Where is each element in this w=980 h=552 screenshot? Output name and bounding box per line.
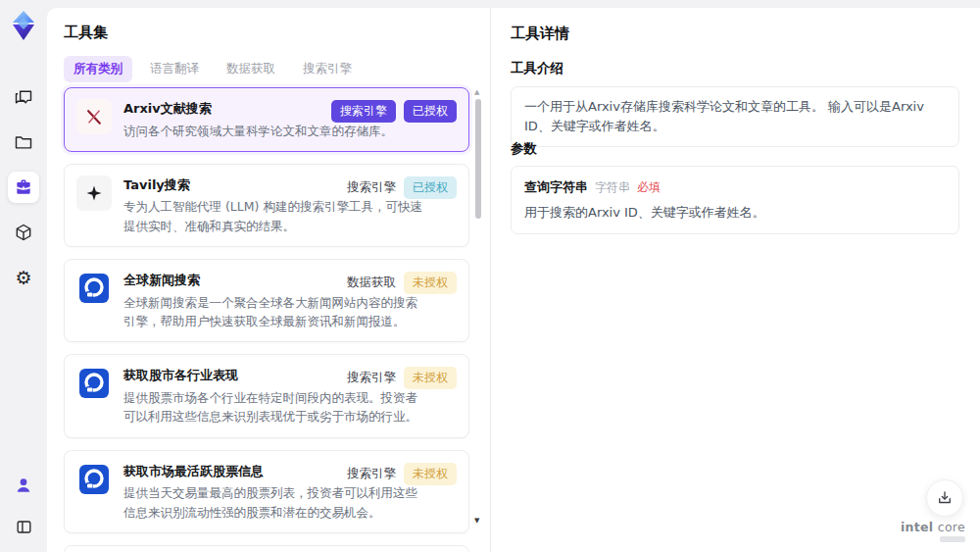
app-sidebar: ⚙	[0, 0, 47, 552]
param-required-badge: 必填	[637, 179, 661, 196]
category-tabs: 所有类别 语言翻译 数据获取 搜索引擎	[64, 56, 362, 82]
detail-title: 工具详情	[511, 25, 569, 43]
arxiv-logo-icon	[76, 99, 112, 134]
panel-toggle-icon[interactable]	[8, 511, 39, 542]
list-scrollbar[interactable]: ▲ ▼	[473, 88, 483, 525]
scrollbar-down-arrow[interactable]: ▼	[474, 517, 479, 525]
core-brand-text: core	[938, 520, 965, 534]
tool-card-active-stocks[interactable]: 获取市场最活跃股票信息 提供当天交易量最高的股票列表，投资者可以利用这些信息来识…	[64, 450, 469, 533]
tool-card-tavily[interactable]: Tavily搜索 专为人工智能代理 (LLM) 构建的搜索引擎工具，可快速提供实…	[64, 164, 469, 247]
intro-heading: 工具介绍	[511, 60, 564, 77]
main-content: 工具集 所有类别 语言翻译 数据获取 搜索引擎 Arxiv文献搜索 访问各个研究…	[47, 8, 980, 552]
tool-card-stock-sectors[interactable]: 获取股市各行业表现 提供股票市场各个行业在特定时间段内的表现。投资者可以利用这些…	[64, 354, 469, 437]
settings-gear-icon[interactable]: ⚙	[8, 262, 39, 293]
tool-description: 全球新闻搜索是一个聚合全球各大新闻网站内容的搜索引擎，帮助用户快速获取全球最新资…	[123, 293, 425, 331]
auth-status-badge: 未授权	[404, 272, 457, 294]
category-label: 搜索引擎	[347, 370, 396, 386]
tool-card-global-news[interactable]: 全球新闻搜索 全球新闻搜索是一个聚合全球各大新闻网站内容的搜索引擎，帮助用户快速…	[64, 259, 469, 342]
tool-card-arxiv[interactable]: Arxiv文献搜索 访问各个研究领域大量科学论文和文章的存储库。 搜索引擎 已授…	[64, 87, 469, 152]
news-app-logo-icon	[76, 271, 112, 306]
download-button[interactable]	[926, 479, 963, 517]
intel-core-logo: intel core	[901, 520, 965, 542]
scrollbar-thumb[interactable]	[475, 99, 481, 219]
app-logo-icon	[8, 9, 39, 42]
user-avatar-icon[interactable]	[8, 470, 39, 501]
intel-ultra-mark	[940, 536, 965, 542]
intel-brand-text: intel	[901, 520, 933, 534]
category-badge: 搜索引擎	[331, 100, 396, 123]
auth-status-badge: 未授权	[404, 367, 457, 389]
tool-description: 专为人工智能代理 (LLM) 构建的搜索引擎工具，可快速提供实时、准确和真实的结…	[123, 197, 425, 235]
param-type: 字符串	[595, 179, 630, 196]
sidebar-nav: ⚙	[8, 81, 39, 293]
folder-icon[interactable]	[8, 126, 39, 158]
finance-app-logo-icon	[76, 462, 112, 497]
tab-language-translation[interactable]: 语言翻译	[140, 56, 209, 82]
tab-all-categories[interactable]: 所有类别	[64, 56, 132, 82]
auth-status-badge: 未授权	[404, 463, 457, 485]
tool-description: 提供股票市场各个行业在特定时间段内的表现。投资者可以利用这些信息来识别表现优于或…	[123, 388, 425, 427]
params-heading: 参数	[511, 140, 537, 158]
category-label: 搜索引擎	[347, 179, 396, 196]
tool-description: 提供当天交易量最高的股票列表，投资者可以利用这些信息来识别流动性强的股票和潜在的…	[123, 483, 425, 522]
finance-app-logo-icon	[76, 366, 112, 401]
scrollbar-up-arrow[interactable]: ▲	[474, 88, 479, 96]
intro-card: 一个用于从Arxiv存储库搜索科学论文和文章的工具。 输入可以是Arxiv ID…	[511, 86, 959, 147]
category-label: 搜索引擎	[347, 466, 396, 482]
param-name: 查询字符串	[524, 178, 588, 196]
sidebar-bottom	[8, 470, 39, 542]
page-title: 工具集	[64, 24, 108, 42]
tab-data-fetch[interactable]: 数据获取	[217, 56, 285, 82]
auth-status-badge: 已授权	[404, 176, 457, 199]
tab-search-engine[interactable]: 搜索引擎	[293, 56, 362, 82]
tavily-logo-icon	[76, 176, 112, 211]
toolbox-icon-active[interactable]	[8, 172, 39, 203]
category-label: 数据获取	[347, 275, 396, 291]
chat-icon[interactable]	[8, 81, 39, 113]
tool-list: Arxiv文献搜索 访问各个研究领域大量科学论文和文章的存储库。 搜索引擎 已授…	[64, 87, 469, 552]
cube-icon[interactable]	[8, 217, 39, 248]
tool-list-panel: 工具集 所有类别 语言翻译 数据获取 搜索引擎 Arxiv文献搜索 访问各个研究…	[47, 8, 490, 552]
param-description: 用于搜索的Arxiv ID、关键字或作者姓名。	[524, 204, 946, 222]
param-card: 查询字符串 字符串 必填 用于搜索的Arxiv ID、关键字或作者姓名。	[511, 166, 959, 234]
auth-status-badge: 已授权	[404, 100, 457, 123]
tool-card-regional-news[interactable]: 万维地区新闻查询 查询具体行政区划内的新闻，快速了解各地新闻动 搜索引擎 未授权	[64, 545, 469, 552]
tool-detail-panel: 工具详情 工具介绍 一个用于从Arxiv存储库搜索科学论文和文章的工具。 输入可…	[490, 8, 980, 552]
tool-description: 访问各个研究领域大量科学论文和文章的存储库。	[123, 122, 425, 140]
